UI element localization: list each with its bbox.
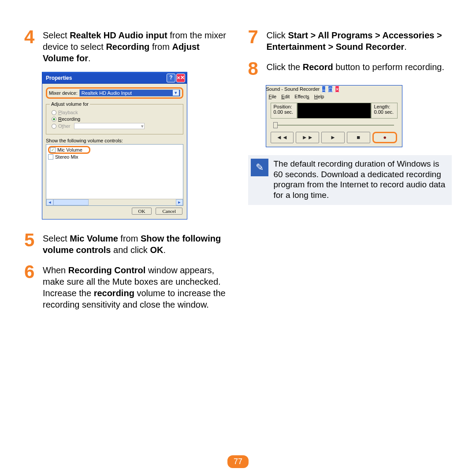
- step-text: Select Realtek HD Audio input from the m…: [43, 29, 228, 64]
- menu-file[interactable]: File: [269, 94, 277, 99]
- step-number: 4: [24, 29, 37, 64]
- step-text: Click the Record button to perform recor…: [267, 60, 445, 77]
- play-icon: ►: [330, 134, 336, 141]
- window-title: Sound - Sound Recorder: [266, 86, 320, 92]
- scroll-right-icon[interactable]: ►: [176, 199, 183, 205]
- ok-button[interactable]: OK: [132, 208, 152, 215]
- adjust-legend: Adjust volume for: [50, 101, 90, 107]
- show-controls-label: Show the following volume controls:: [46, 138, 183, 143]
- step-number: 6: [24, 264, 37, 310]
- position-slider[interactable]: [271, 120, 397, 129]
- scroll-thumb[interactable]: [53, 199, 89, 205]
- radio-other[interactable]: Other.: [52, 123, 179, 129]
- titlebar[interactable]: Sound - Sound Recorder: [266, 86, 402, 93]
- record-icon: ●: [383, 134, 387, 141]
- stop-button[interactable]: ■: [347, 132, 370, 143]
- maximize-button[interactable]: [328, 86, 333, 93]
- help-button[interactable]: ?: [167, 74, 175, 82]
- minimize-button[interactable]: [322, 86, 326, 93]
- menu-help[interactable]: Help: [314, 94, 324, 99]
- step-6: 6 When Recording Control window appears,…: [24, 264, 228, 310]
- close-button[interactable]: [335, 86, 339, 93]
- cancel-button[interactable]: Cancel: [156, 208, 182, 215]
- seek-end-button[interactable]: ►►: [296, 132, 319, 143]
- note-box: ✎ The default recording duration of Wind…: [248, 155, 452, 205]
- step-number: 8: [248, 60, 261, 77]
- properties-dialog: Properties ? ✕ Mixer device: Realtek HD …: [42, 72, 187, 219]
- step-5: 5 Select Mic Volume from Show the follow…: [24, 232, 228, 256]
- length-panel: Length: 0.00 sec.: [371, 103, 398, 119]
- menubar: File Edit Effects Help: [266, 93, 402, 100]
- mixer-device-select[interactable]: Realtek HD Audio Input: [79, 89, 180, 97]
- play-button[interactable]: ►: [321, 132, 345, 143]
- mic-volume-row[interactable]: ✓Mic Volume: [48, 146, 90, 154]
- seek-start-button[interactable]: ◄◄: [271, 132, 294, 143]
- radio-playback[interactable]: PPlaybacklayback: [52, 110, 179, 115]
- adjust-volume-fieldset: Adjust volume for PPlaybacklayback Recor…: [46, 101, 183, 134]
- step-number: 7: [248, 29, 261, 52]
- waveform-display: [297, 103, 371, 119]
- slider-thumb[interactable]: [273, 122, 278, 128]
- seek-end-icon: ►►: [302, 134, 313, 141]
- close-button[interactable]: ✕: [176, 74, 185, 82]
- page-number: 77: [227, 455, 249, 468]
- horizontal-scrollbar[interactable]: ◄ ►: [46, 199, 183, 205]
- seek-start-icon: ◄◄: [276, 134, 288, 141]
- step-number: 5: [24, 232, 37, 256]
- step-8: 8 Click the Record button to perform rec…: [248, 60, 452, 77]
- radio-recording[interactable]: Recording: [52, 116, 179, 122]
- titlebar[interactable]: Properties ? ✕: [42, 72, 187, 84]
- step-4: 4 Select Realtek HD Audio input from the…: [24, 29, 228, 64]
- step-text: Click Start > All Programs > Accessories…: [267, 29, 452, 52]
- note-icon: ✎: [251, 159, 268, 176]
- record-button[interactable]: ●: [372, 132, 398, 143]
- menu-effects[interactable]: Effects: [294, 94, 309, 99]
- stereo-mix-row[interactable]: Stereo Mix: [48, 154, 181, 160]
- sound-recorder-window: Sound - Sound Recorder File Edit Effects…: [266, 85, 402, 147]
- dialog-title: Properties: [46, 75, 72, 81]
- menu-edit[interactable]: Edit: [281, 94, 290, 99]
- other-select[interactable]: .: [74, 123, 145, 129]
- position-panel: Position: 0.00 sec.: [271, 103, 297, 119]
- step-7: 7 Click Start > All Programs > Accessori…: [248, 29, 452, 52]
- step-text: Select Mic Volume from Show the followin…: [43, 232, 228, 256]
- note-text: The default recording duration of Window…: [274, 159, 448, 201]
- mixer-device-row: Mixer device: Realtek HD Audio Input: [46, 87, 183, 99]
- mixer-label: Mixer device:: [49, 90, 78, 96]
- scroll-left-icon[interactable]: ◄: [46, 199, 53, 205]
- stereo-mix-checkbox[interactable]: [48, 154, 53, 160]
- volume-controls-list: ✓Mic Volume Stereo Mix ◄ ►: [46, 144, 183, 206]
- mic-volume-checkbox[interactable]: ✓: [50, 147, 56, 152]
- stop-icon: ■: [357, 134, 360, 141]
- step-text: When Recording Control window appears, m…: [43, 264, 228, 310]
